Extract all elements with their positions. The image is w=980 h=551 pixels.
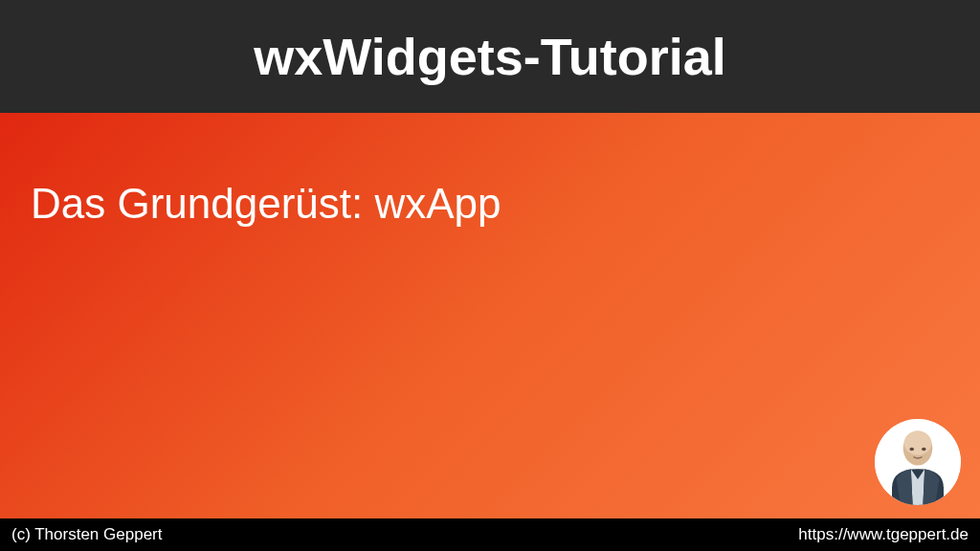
author-avatar	[875, 419, 961, 505]
svg-point-4	[922, 448, 926, 452]
page-title: wxWidgets-Tutorial	[254, 27, 726, 86]
footer-bar: (c) Thorsten Geppert https://www.tgepper…	[0, 518, 980, 551]
person-icon	[875, 419, 961, 505]
svg-point-3	[909, 448, 914, 452]
website-url: https://www.tgeppert.de	[798, 525, 969, 544]
header-bar: wxWidgets-Tutorial	[0, 0, 980, 113]
main-content: Das Grundgerüst: wxApp	[0, 113, 980, 518]
copyright-text: (c) Thorsten Geppert	[11, 525, 162, 544]
slide-subtitle: Das Grundgerüst: wxApp	[31, 180, 949, 228]
svg-point-2	[904, 431, 932, 455]
